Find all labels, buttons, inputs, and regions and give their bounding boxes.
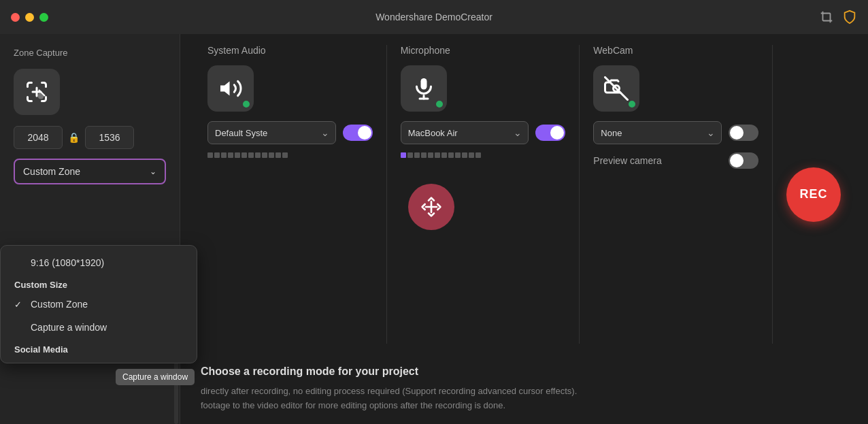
audio-dot-9: [262, 152, 267, 158]
webcam-label: WebCam: [593, 45, 758, 56]
maximize-button[interactable]: [39, 13, 48, 22]
capture-window-tooltip: Capture a window: [116, 369, 195, 385]
zone-capture-label: Zone Capture: [14, 48, 166, 58]
info-title-text: Choose a recording mode for your project: [201, 365, 418, 377]
info-title: Choose a recording mode for your project: [201, 365, 848, 378]
window-controls: [11, 13, 48, 22]
audio-dot-5: [235, 152, 240, 158]
mic-dot-1: [401, 152, 406, 158]
audio-dot-2: [214, 152, 220, 158]
webcam-dropdown-row: None: [593, 121, 758, 144]
audio-dot-10: [269, 152, 274, 158]
system-audio-dropdown-row: Default Syste: [207, 121, 373, 144]
system-audio-status: [241, 99, 251, 109]
system-audio-select[interactable]: Default Syste: [207, 121, 336, 144]
shield-icon[interactable]: [842, 10, 857, 25]
mic-dot-6: [435, 152, 440, 158]
bottom-info: Choose a recording mode for your project…: [180, 355, 868, 424]
system-audio-select-wrapper: Default Syste: [207, 121, 336, 144]
webcam-toggle[interactable]: [729, 125, 758, 141]
audio-dot-3: [221, 152, 227, 158]
zone-capture-icon-btn[interactable]: [14, 69, 60, 115]
app-title: Wondershare DemoCreator: [375, 12, 493, 22]
minimize-button[interactable]: [25, 13, 34, 22]
audio-dot-6: [241, 152, 247, 158]
social-media-header: Social Media: [1, 339, 197, 357]
move-icon: [420, 196, 442, 218]
dropdown-item-ratio[interactable]: 9:16 (1080*1920): [1, 251, 197, 274]
mic-dot-9: [455, 152, 461, 158]
width-input[interactable]: [14, 126, 63, 149]
mic-dot-8: [448, 152, 454, 158]
audio-dot-11: [276, 152, 281, 158]
system-audio-icon-container: [207, 65, 254, 112]
mic-dot-4: [421, 152, 427, 158]
microphone-icon-container: [401, 65, 447, 112]
rec-button-container: REC: [773, 45, 854, 344]
audio-dot-1: [207, 152, 213, 158]
mic-dot-11: [469, 152, 474, 158]
lock-icon: 🔒: [68, 132, 80, 143]
system-audio-label: System Audio: [207, 45, 373, 56]
preview-camera-label: Preview camera: [593, 155, 661, 166]
webcam-icon: [604, 76, 629, 101]
zone-dropdown-text: Custom Zone: [23, 166, 80, 177]
mic-dot-2: [407, 152, 413, 158]
webcam-status: [627, 99, 637, 109]
crop-icon[interactable]: [819, 10, 834, 25]
capture-icon: [24, 80, 49, 104]
microphone-select[interactable]: MacBook Air: [401, 121, 529, 144]
mic-dot-3: [414, 152, 420, 158]
mic-dot-7: [441, 152, 447, 158]
info-text-2: footage to the video editor for more edi…: [201, 399, 848, 413]
webcam-select-wrapper: None: [593, 121, 722, 144]
left-panel: Zone Capture 🔒 Custom Zone ⌄ 9:16 (1080*…: [0, 34, 180, 424]
webcam-select[interactable]: None: [593, 121, 722, 144]
svg-rect-2: [420, 78, 427, 90]
system-audio-panel: System Audio Default Syste: [194, 45, 387, 344]
speaker-icon: [218, 76, 243, 101]
microphone-icon: [412, 76, 436, 101]
mic-dot-12: [475, 152, 481, 158]
zone-dropdown[interactable]: Custom Zone ⌄: [14, 159, 166, 184]
chevron-down-icon: ⌄: [150, 167, 156, 176]
microphone-label: Microphone: [401, 45, 566, 56]
webcam-icon-container: [593, 65, 639, 112]
preview-camera-toggle[interactable]: [729, 152, 758, 169]
system-audio-toggle-thumb: [358, 126, 371, 140]
mic-dot-5: [428, 152, 433, 158]
dimensions-row: 🔒: [14, 126, 166, 149]
microphone-toggle-thumb: [550, 126, 564, 140]
microphone-select-wrapper: MacBook Air: [401, 121, 529, 144]
preview-row: Preview camera: [593, 152, 758, 169]
dropdown-menu: 9:16 (1080*1920) Custom Size ✓ Custom Zo…: [0, 245, 197, 363]
preview-camera-toggle-thumb: [730, 154, 744, 167]
panels-row: System Audio Default Syste: [180, 34, 868, 355]
height-input[interactable]: [85, 126, 134, 149]
microphone-status: [435, 99, 444, 109]
microphone-audio-level: [401, 152, 566, 158]
webcam-panel: WebCam None: [580, 45, 773, 344]
audio-dot-12: [282, 152, 288, 158]
webcam-toggle-thumb: [730, 126, 744, 140]
rec-button[interactable]: REC: [786, 167, 841, 222]
microphone-toggle[interactable]: [535, 125, 565, 141]
drag-cursor-overlay: [408, 184, 454, 230]
audio-dot-7: [248, 152, 254, 158]
audio-dot-8: [255, 152, 261, 158]
info-text-1: directly after recording, no editing pro…: [201, 385, 848, 399]
mic-dot-10: [462, 152, 467, 158]
dropdown-item-capture-window[interactable]: Capture a window: [1, 316, 197, 339]
system-audio-toggle[interactable]: [343, 125, 373, 141]
dropdown-item-custom-zone[interactable]: ✓ Custom Zone: [1, 293, 197, 316]
custom-size-header: Custom Size: [1, 274, 197, 293]
close-button[interactable]: [11, 13, 20, 22]
microphone-dropdown-row: MacBook Air: [401, 121, 566, 144]
system-audio-level: [207, 152, 373, 158]
audio-dot-4: [228, 152, 233, 158]
svg-rect-0: [823, 14, 831, 21]
title-bar-actions: [819, 10, 857, 25]
rec-label: REC: [800, 187, 828, 201]
title-bar: Wondershare DemoCreator: [0, 0, 868, 34]
